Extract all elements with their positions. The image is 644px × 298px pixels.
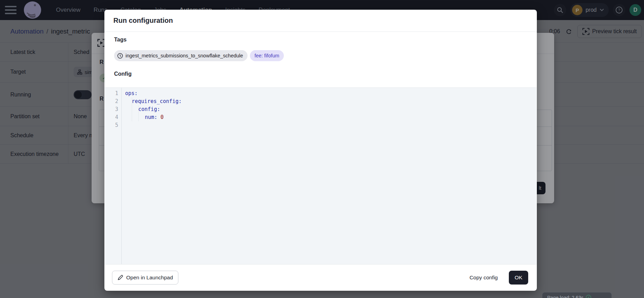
fee-tag[interactable]: fee: fifofum — [250, 50, 284, 61]
code-line — [122, 121, 536, 129]
code-line: config: — [122, 105, 536, 113]
line-number: 4 — [105, 113, 121, 121]
check-circle-icon: ✓ — [586, 295, 591, 298]
clock-icon — [117, 53, 123, 59]
schedule-tag-label: ingest_metrics_submissions_to_snowflake_… — [125, 53, 243, 58]
modal-title: Run configuration — [113, 17, 173, 25]
config-heading: Config — [114, 71, 132, 77]
code-area[interactable]: ops: requires_config: config: num:0 — [122, 88, 536, 264]
line-number-gutter: 1 2 3 4 5 — [105, 88, 122, 264]
footer-right-cluster: Copy config OK — [469, 271, 528, 285]
code-line: num:0 — [122, 113, 536, 121]
schedule-tag[interactable]: ingest_metrics_submissions_to_snowflake_… — [114, 50, 248, 61]
run-configuration-modal: Run configuration Tags ingest_metrics_su… — [104, 10, 537, 291]
line-number: 3 — [105, 105, 121, 113]
open-in-launchpad-button[interactable]: Open in Launchpad — [112, 271, 178, 285]
indent-guide — [138, 105, 139, 121]
modal-footer: Open in Launchpad Copy config OK — [104, 264, 537, 291]
line-number: 2 — [105, 97, 121, 105]
app-screen: Overview Runs Catalog Jobs Automation In… — [0, 0, 644, 298]
pencil-icon — [118, 275, 123, 280]
open-in-launchpad-label: Open in Launchpad — [126, 274, 173, 281]
indent-guide — [132, 97, 132, 121]
config-code-editor[interactable]: 1 2 3 4 5 ops: requires_config: config: … — [105, 87, 536, 264]
code-line: requires_config: — [122, 97, 536, 105]
fee-tag-label: fee: fifofum — [254, 53, 279, 58]
tags-heading: Tags — [114, 37, 127, 43]
line-number: 1 — [105, 90, 121, 97]
copy-config-button[interactable]: Copy config — [469, 274, 498, 281]
line-number: 5 — [105, 121, 121, 129]
modal-header: Run configuration — [104, 10, 537, 32]
page-load-popover: Page load: 2.63s ✓ — [542, 292, 612, 298]
tags-row: ingest_metrics_submissions_to_snowflake_… — [114, 50, 284, 61]
ok-button[interactable]: OK — [509, 271, 528, 285]
page-load-text: Page load: 2.63s — [547, 295, 584, 298]
code-line: ops: — [122, 90, 536, 97]
